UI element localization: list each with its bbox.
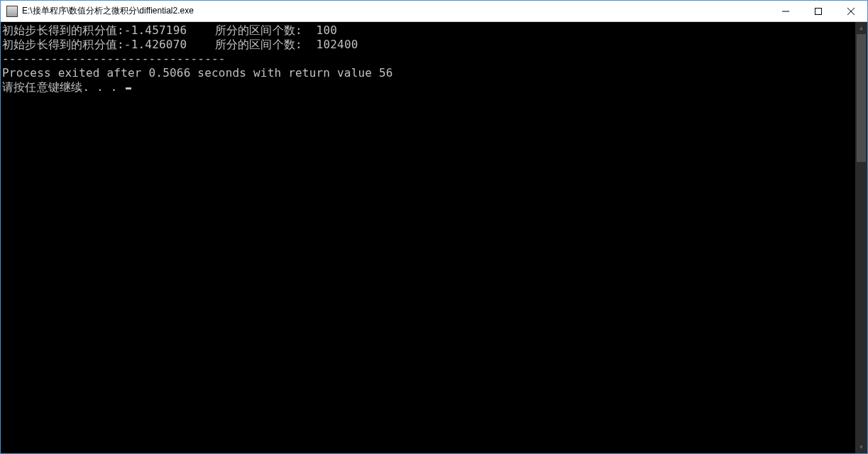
scroll-up-icon[interactable]: ▲ <box>855 22 867 34</box>
minimize-icon <box>782 8 789 15</box>
app-window: E:\接单程序\数值分析之微积分\diffiential2.exe 初始步长得到… <box>0 0 868 454</box>
output-line: Process exited after 0.5066 seconds with… <box>2 66 855 80</box>
cursor-icon <box>126 87 131 90</box>
svg-rect-1 <box>815 8 822 14</box>
window-title: E:\接单程序\数值分析之微积分\diffiential2.exe <box>22 5 769 17</box>
console-output[interactable]: 初始步长得到的积分值:-1.457196 所分的区间个数: 100初始步长得到的… <box>1 22 855 453</box>
window-controls <box>769 1 867 21</box>
console-area: 初始步长得到的积分值:-1.457196 所分的区间个数: 100初始步长得到的… <box>1 22 867 453</box>
app-icon <box>6 6 18 17</box>
prompt-text: 请按任意键继续. . . <box>2 80 124 94</box>
close-icon <box>847 8 855 15</box>
prompt-line: 请按任意键继续. . . <box>2 80 131 94</box>
scroll-thumb[interactable] <box>857 34 866 162</box>
scroll-down-icon[interactable]: ▼ <box>855 441 867 453</box>
minimize-button[interactable] <box>769 1 802 21</box>
maximize-icon <box>815 8 822 15</box>
maximize-button[interactable] <box>802 1 835 21</box>
titlebar[interactable]: E:\接单程序\数值分析之微积分\diffiential2.exe <box>1 1 867 22</box>
close-button[interactable] <box>835 1 867 21</box>
output-line: 初始步长得到的积分值:-1.457196 所分的区间个数: 100 <box>2 23 855 38</box>
output-line: -------------------------------- <box>2 52 855 66</box>
vertical-scrollbar[interactable]: ▲ ▼ <box>855 22 867 453</box>
output-line: 初始步长得到的积分值:-1.426070 所分的区间个数: 102400 <box>2 38 855 52</box>
